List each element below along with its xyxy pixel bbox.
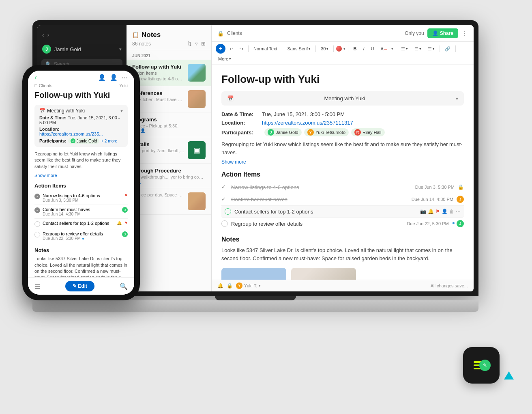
- phone-search-bottom-icon[interactable]: 🔍: [120, 282, 128, 290]
- phone-notes-title: Notes: [34, 247, 128, 253]
- meeting-chevron[interactable]: ▾: [456, 96, 458, 101]
- action-item-4[interactable]: Regroup to review offer details Due Jun …: [221, 218, 464, 230]
- footer-user-chevron: ▾: [259, 284, 261, 288]
- footer-user-dropdown[interactable]: Y Yuki T. ▾: [236, 282, 261, 289]
- note-snippet-procedure: ach walkthrough... lyer to bring contrac…: [132, 175, 206, 179]
- flag-icon[interactable]: ⚑: [435, 209, 440, 214]
- undo-button[interactable]: ↩: [227, 45, 236, 53]
- phone-due-4: Due Jun 22, 5:30 PM ●: [43, 236, 120, 241]
- phone-action-2[interactable]: ✓ Confirm her must-haves Due Jun 14, 4:3…: [34, 205, 128, 219]
- action-item-3[interactable]: Contact sellers for top 1-2 options 📷 🔔 …: [221, 206, 464, 218]
- bell-icon[interactable]: 🔔: [428, 209, 434, 214]
- action-item-1[interactable]: ✓ Narrow listings to 4-6 options Due Jun…: [221, 181, 464, 193]
- action-text-4: Regroup to review offer details: [231, 221, 403, 227]
- phone-more-icon[interactable]: ⋯: [122, 74, 128, 81]
- font-dropdown[interactable]: Sans Serif ▾: [285, 45, 313, 52]
- note-text-preferences: Preferences eal kitchen. Must have an co…: [132, 90, 184, 108]
- shared-icon: 👤: [140, 128, 145, 133]
- note-title-details: Details: [132, 141, 184, 147]
- camera-icon[interactable]: 📷: [420, 209, 426, 214]
- nav-forward-arrow[interactable]: ›: [47, 32, 49, 38]
- dots-icon[interactable]: ⋯: [456, 209, 461, 214]
- color-chevron[interactable]: ▾: [343, 47, 345, 51]
- date-row: Date & Time: Tue, June 15, 2021, 3:00 - …: [221, 111, 464, 117]
- avatar-green: J: [457, 220, 464, 227]
- phone-clients-icon: □: [34, 83, 37, 88]
- meeting-card[interactable]: 📅 Meeting with Yuki ▾: [221, 91, 464, 106]
- action-text-3: Contact sellers for top 1-2 options: [234, 209, 417, 215]
- phone-show-more[interactable]: Show more: [34, 173, 57, 178]
- note-snippet-preferences: eal kitchen. Must have an countertop tha…: [132, 97, 184, 102]
- phone-action-4[interactable]: Regroup to review offer details Due Jun …: [34, 229, 128, 243]
- link-button[interactable]: 🔗: [442, 45, 453, 53]
- trash-icon[interactable]: 🗑: [449, 209, 454, 214]
- phone-screen: ‹ 👤 👤 ⋯ □ Clients Yuki Follow-up with Yu…: [28, 71, 134, 295]
- phone-edit-button[interactable]: ✎ Edit: [65, 281, 94, 291]
- underline-button[interactable]: U: [369, 45, 377, 52]
- participant-riley-name: Riley Hall: [363, 130, 381, 135]
- phone-action-3[interactable]: Contact sellers for top 1-2 options 🔔 ⚑: [34, 219, 128, 229]
- font-size[interactable]: 30 ▾: [318, 45, 331, 52]
- participant-yuki: Y Yuki Tetsumoto: [304, 128, 349, 136]
- phone-avatar-action-4: J: [122, 231, 128, 237]
- sort-icon[interactable]: ▿: [195, 41, 198, 47]
- show-more-link[interactable]: Show more: [221, 159, 246, 165]
- sidebar-user[interactable]: J Jamie Gold ▾: [37, 42, 127, 56]
- text-style-dropdown[interactable]: Normal Text: [251, 45, 279, 52]
- indent-button[interactable]: ☰ ▾: [425, 45, 437, 53]
- phone-meeting-chevron[interactable]: ▾: [120, 108, 123, 114]
- phone-meeting-card[interactable]: 📅 Meeting with Yuki ▾ Date & Time: Tue, …: [34, 105, 128, 147]
- phone-action-1[interactable]: ✓ Narrow listings to 4-6 options Due Jun…: [34, 191, 128, 205]
- phone-bottom-bar: ☰ ✎ Edit 🔍: [28, 277, 134, 295]
- note-tags-programs: 👤: [132, 128, 206, 133]
- note-thumb-dog: [188, 192, 206, 210]
- editor-content: Follow-up with Yuki 📅 Meeting with Yuki …: [212, 65, 474, 280]
- share-person-icon: 👤: [432, 30, 438, 36]
- building-image[interactable]: [291, 268, 356, 280]
- check-pending-4: [221, 220, 228, 227]
- note-editor: 🔒 Clients Only you 👤 Share ⋮ + ↩ ↪: [212, 25, 474, 291]
- phone-date-field: Date & Time: Tue, June 15, 2021, 3:00 - …: [39, 115, 123, 125]
- phone-status-bar: ‹ 👤 👤 ⋯: [28, 71, 134, 82]
- phone-calendar-icon: 📅: [39, 108, 45, 114]
- highlight-chevron[interactable]: ▾: [391, 47, 393, 51]
- italic-button[interactable]: I: [360, 45, 367, 52]
- more-options-button[interactable]: ⋮: [461, 30, 468, 37]
- note-thumb-house: [188, 64, 206, 82]
- meeting-name: Meeting with Yuki: [324, 95, 365, 101]
- toolbar-divider-1: [248, 45, 249, 52]
- grid-icon[interactable]: ⊞: [201, 41, 206, 47]
- laptop-notch: [215, 296, 296, 300]
- phone-bc-right: Yuki: [119, 83, 128, 88]
- color-picker[interactable]: [336, 46, 342, 52]
- redo-button[interactable]: ↪: [237, 45, 246, 53]
- note-main-title: Follow-up with Yuki: [221, 73, 464, 86]
- bullet-list-button[interactable]: ☰ ▾: [399, 45, 410, 53]
- ordered-list-button[interactable]: ☰ ▾: [412, 45, 424, 53]
- note-snippet-programs: Dance - Pickup at 5:30.: [132, 123, 206, 128]
- footer-bell-icon[interactable]: 🔔: [217, 283, 223, 289]
- person-icon[interactable]: 👤: [442, 209, 448, 214]
- action-item-2[interactable]: ✓ Confirm her must-haves Due Jun 14, 4:3…: [221, 193, 464, 206]
- more-toolbar-button[interactable]: More ▾: [216, 55, 234, 63]
- filter-icon[interactable]: ⇅: [187, 41, 192, 47]
- action-items-title: Action Items: [221, 171, 464, 178]
- location-link[interactable]: https://zerealtors.zoom.us/2357111317: [262, 120, 353, 126]
- note-title-followup: Follow-up with Yuki: [132, 64, 184, 70]
- phone-location-link[interactable]: https://zerealtors.zoom.us/235...: [39, 132, 103, 136]
- mountain-image[interactable]: [221, 268, 286, 280]
- footer-lock-icon[interactable]: 🔒: [227, 283, 233, 289]
- user-avatar: J: [42, 45, 51, 54]
- phone-back-button[interactable]: ‹: [34, 73, 37, 82]
- share-button[interactable]: 👤 Share: [427, 28, 458, 38]
- footer-avatar: Y: [236, 282, 242, 289]
- bold-button[interactable]: B: [351, 45, 359, 52]
- phone-menu-icon[interactable]: ☰: [34, 282, 40, 290]
- highlight-button[interactable]: A: [378, 45, 389, 52]
- nav-back-arrow[interactable]: ‹: [42, 32, 44, 38]
- phone-share-icon[interactable]: 👤: [110, 74, 118, 81]
- toolbar-divider-5: [348, 45, 348, 52]
- phone-person-icon[interactable]: 👤: [98, 74, 106, 81]
- check-icon-2: ✓: [221, 196, 228, 203]
- add-content-button[interactable]: +: [216, 44, 225, 54]
